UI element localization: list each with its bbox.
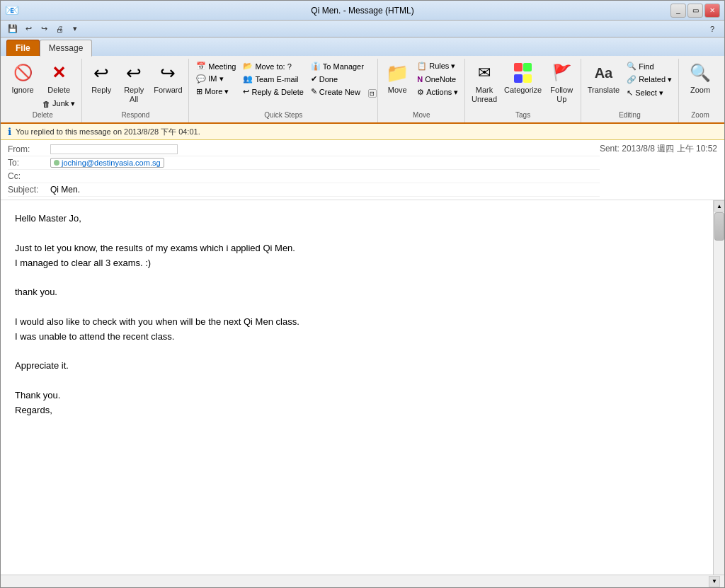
zoom-icon: 🔍 bbox=[689, 62, 712, 84]
redo-quick-btn[interactable]: ↪ bbox=[38, 23, 50, 35]
meeting-label: Meeting bbox=[208, 62, 236, 71]
zoom-label: Zoom bbox=[690, 86, 710, 95]
select-button[interactable]: ↖ Select ▾ bbox=[624, 87, 675, 99]
select-label: Select ▾ bbox=[635, 88, 663, 98]
undo-quick-btn[interactable]: ↩ bbox=[22, 23, 35, 35]
ribbon-group-delete: 🚫 Ignore ✕ Delete 🗑 Junk ▾ Delete bbox=[4, 59, 82, 122]
more-btn[interactable]: ⊞ More ▾ bbox=[193, 86, 239, 98]
ignore-button[interactable]: 🚫 Ignore bbox=[7, 60, 38, 96]
reply-all-icon: ↩ bbox=[122, 62, 145, 84]
select-icon: ↖ bbox=[627, 88, 633, 98]
delete-button[interactable]: ✕ Delete bbox=[45, 60, 73, 96]
title-bar: 📧 Qi Men. - Message (HTML) _ ▭ ✕ bbox=[1, 1, 724, 21]
zoom-group-content: 🔍 Zoom bbox=[685, 60, 716, 110]
im-btn[interactable]: 💬 IM ▾ bbox=[193, 73, 239, 85]
quick-steps-label: Quick Steps bbox=[264, 110, 302, 121]
reply-all-button[interactable]: ↩ ReplyAll bbox=[118, 60, 149, 105]
sent-value: 2013/8/8 週四 上午 10:52 bbox=[622, 144, 717, 154]
subject-label: Subject: bbox=[8, 185, 50, 195]
quick-steps-expand-btn[interactable]: ⊡ bbox=[368, 89, 377, 98]
forward-button[interactable]: ↪ Forward bbox=[151, 60, 185, 96]
meeting-btn[interactable]: 📅 Meeting bbox=[193, 60, 239, 72]
close-button[interactable]: ✕ bbox=[704, 4, 720, 18]
email-body: Hello Master Jo, Just to let you know, t… bbox=[1, 200, 713, 575]
app-icon: 📧 bbox=[5, 4, 19, 17]
subject-value: Qi Men. bbox=[50, 185, 80, 195]
rules-btn[interactable]: 📋 Rules ▾ bbox=[414, 60, 461, 72]
delete-icon: ✕ bbox=[47, 62, 70, 84]
actions-btn[interactable]: ⚙ Actions ▾ bbox=[414, 86, 461, 98]
move-button[interactable]: 📁 Move bbox=[382, 60, 413, 96]
delete-group-label: Delete bbox=[33, 110, 53, 121]
from-field[interactable] bbox=[50, 144, 178, 154]
zoom-button[interactable]: 🔍 Zoom bbox=[685, 60, 716, 96]
scroll-down-arrow[interactable]: ▼ bbox=[709, 576, 720, 587]
mark-unread-button[interactable]: ✉ MarkUnread bbox=[469, 60, 500, 105]
done-icon: ✔ bbox=[311, 74, 317, 83]
move-to-btn[interactable]: 📂 Move to: ? bbox=[240, 60, 306, 72]
scrollbar-thumb[interactable] bbox=[714, 212, 724, 241]
scrollbar[interactable]: ▲ bbox=[713, 200, 724, 575]
reply-all-label: ReplyAll bbox=[124, 86, 144, 104]
reply-delete-btn[interactable]: ↩ Reply & Delete bbox=[240, 86, 306, 98]
ribbon-group-zoom: 🔍 Zoom Zoom bbox=[679, 59, 721, 122]
customize-quick-btn[interactable]: ▾ bbox=[69, 23, 81, 35]
follow-up-button[interactable]: 🚩 FollowUp bbox=[546, 60, 577, 105]
sent-label: Sent: bbox=[600, 144, 620, 154]
from-row: From: bbox=[8, 143, 600, 156]
find-button[interactable]: 🔍 Find bbox=[624, 60, 675, 72]
forward-icon: ↪ bbox=[156, 62, 179, 84]
junk-label: Junk ▾ bbox=[52, 99, 75, 108]
from-label: From: bbox=[8, 144, 50, 154]
info-text: You replied to this message on 2013/8/28… bbox=[16, 127, 200, 137]
meeting-icon: 📅 bbox=[196, 62, 206, 71]
ribbon-group-quick-steps: 📅 Meeting 💬 IM ▾ ⊞ More ▾ � bbox=[189, 59, 378, 122]
translate-icon: Aa bbox=[592, 62, 615, 84]
translate-label: Translate bbox=[588, 86, 620, 95]
junk-button[interactable]: 🗑 Junk ▾ bbox=[40, 98, 78, 110]
reply-icon: ↩ bbox=[90, 62, 113, 84]
tab-file[interactable]: File bbox=[6, 40, 40, 56]
sent-info: Sent: 2013/8/8 週四 上午 10:52 bbox=[600, 143, 717, 197]
cc-row: Cc: bbox=[8, 170, 600, 183]
save-quick-btn[interactable]: 💾 bbox=[6, 23, 19, 35]
tab-message[interactable]: Message bbox=[40, 40, 93, 57]
outlook-window: 📧 Qi Men. - Message (HTML) _ ▭ ✕ 💾 ↩ ↪ 🖨… bbox=[0, 0, 725, 588]
print-quick-btn[interactable]: 🖨 bbox=[53, 23, 66, 35]
onenote-icon: N bbox=[417, 75, 423, 83]
team-email-btn[interactable]: 👥 Team E-mail bbox=[240, 73, 306, 85]
title-controls: _ ▭ ✕ bbox=[670, 4, 720, 18]
junk-icon: 🗑 bbox=[42, 100, 50, 108]
minimize-button[interactable]: _ bbox=[670, 4, 686, 18]
related-icon: 🔗 bbox=[627, 75, 636, 84]
reply-label: Reply bbox=[91, 86, 111, 95]
scroll-up-arrow[interactable]: ▲ bbox=[714, 200, 724, 212]
im-label: IM ▾ bbox=[208, 74, 223, 83]
delete-label: Delete bbox=[47, 86, 70, 95]
onenote-btn[interactable]: N OneNote bbox=[414, 74, 461, 85]
to-manager-icon: 👔 bbox=[311, 62, 321, 71]
move-to-label: Move to: ? bbox=[255, 62, 291, 71]
create-new-label: Create New bbox=[319, 88, 360, 96]
categorize-label: Categorize bbox=[504, 86, 542, 95]
reply-button[interactable]: ↩ Reply bbox=[86, 60, 117, 96]
email-body-container: Hello Master Jo, Just to let you know, t… bbox=[1, 200, 724, 575]
done-btn[interactable]: ✔ Done bbox=[308, 73, 367, 85]
team-email-icon: 👥 bbox=[243, 74, 253, 83]
actions-label: Actions ▾ bbox=[426, 88, 458, 97]
editing-group-label: Editing bbox=[619, 110, 641, 121]
related-button[interactable]: 🔗 Related ▾ bbox=[624, 74, 675, 86]
ribbon-group-editing: Aa Translate 🔍 Find 🔗 Related ▾ ↖ Select… bbox=[581, 59, 679, 122]
to-manager-btn[interactable]: 👔 To Manager bbox=[308, 60, 367, 72]
categorize-button[interactable]: Categorize bbox=[501, 60, 544, 96]
translate-button[interactable]: Aa Translate bbox=[585, 60, 622, 96]
move-group-content: 📁 Move 📋 Rules ▾ N OneNote ⚙ Actions ▾ bbox=[382, 60, 461, 110]
quick-access-toolbar: 💾 ↩ ↪ 🖨 ▾ ? bbox=[1, 21, 724, 38]
create-new-btn[interactable]: ✎ Create New bbox=[308, 86, 367, 98]
to-label: To: bbox=[8, 158, 50, 168]
categorize-icon bbox=[513, 62, 533, 84]
forward-label: Forward bbox=[154, 86, 182, 95]
restore-button[interactable]: ▭ bbox=[687, 4, 703, 18]
help-btn[interactable]: ? bbox=[706, 23, 719, 35]
follow-up-icon: 🚩 bbox=[550, 62, 573, 84]
